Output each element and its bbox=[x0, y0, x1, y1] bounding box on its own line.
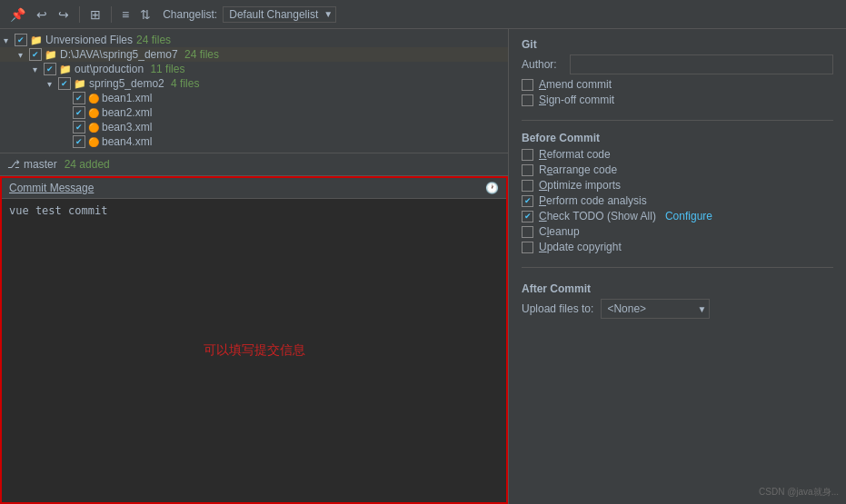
check-todo-row[interactable]: ✔ Check TODO (Show All) Configure bbox=[522, 210, 833, 222]
amend-commit-row[interactable]: Amend commit bbox=[522, 78, 833, 91]
reformat-code-row[interactable]: Reformat code bbox=[522, 148, 833, 161]
tree-row-bean1[interactable]: ✔ 🟠 bean1.xml bbox=[0, 91, 508, 105]
optimize-imports-row[interactable]: Optimize imports bbox=[522, 179, 833, 192]
folder-icon: 📁 bbox=[30, 35, 43, 46]
tree-checkbox-demo7[interactable]: ✔ bbox=[29, 48, 42, 61]
tree-checkbox-demo2[interactable]: ✔ bbox=[58, 77, 71, 90]
tree-row-demo7[interactable]: ▾ ✔ 📁 D:\JAVA\spring5_demo7 24 files bbox=[0, 47, 508, 62]
tree-checkbox-bean2[interactable]: ✔ bbox=[73, 106, 85, 119]
separator-2 bbox=[111, 6, 112, 23]
clock-icon[interactable]: 🕐 bbox=[485, 182, 499, 194]
upload-row: Upload files to: <None> ▼ bbox=[522, 299, 833, 319]
code-analysis-row[interactable]: ✔ Perform code analysis bbox=[522, 194, 833, 207]
commit-message-title: Commit Message bbox=[9, 182, 94, 194]
reformat-code-checkbox[interactable] bbox=[522, 149, 533, 161]
tree-label-bean3: bean3.xml bbox=[102, 121, 152, 133]
tree-checkbox-production[interactable]: ✔ bbox=[44, 63, 56, 75]
author-input[interactable] bbox=[570, 54, 833, 74]
added-count: 24 added bbox=[65, 158, 110, 171]
branch-indicator[interactable]: ⎇ master bbox=[7, 158, 57, 171]
git-section: Git Author: Amend commit Sign-off commit bbox=[522, 38, 833, 109]
check-todo-checkbox[interactable]: ✔ bbox=[522, 211, 533, 222]
xml-icon-2: 🟠 bbox=[88, 108, 99, 118]
signoff-commit-checkbox[interactable] bbox=[522, 94, 533, 106]
cleanup-label: Cleanup bbox=[539, 225, 580, 238]
folder-icon-4: 📁 bbox=[74, 78, 86, 90]
pin-icon[interactable]: 📌 bbox=[7, 5, 28, 24]
xml-icon-4: 🟠 bbox=[88, 137, 99, 147]
cleanup-checkbox[interactable] bbox=[522, 226, 533, 238]
commit-text: vue test commit bbox=[9, 204, 107, 217]
right-panel: Git Author: Amend commit Sign-off commit bbox=[509, 29, 846, 504]
tree-arrow-icon: ▾ bbox=[4, 35, 15, 45]
upload-select-wrapper: <None> ▼ bbox=[601, 299, 710, 319]
separator-1 bbox=[79, 6, 80, 23]
upload-label: Upload files to: bbox=[522, 302, 593, 315]
code-analysis-checkbox[interactable]: ✔ bbox=[522, 195, 533, 207]
tree-row-production[interactable]: ▾ ✔ 📁 out\production 11 files bbox=[0, 62, 508, 76]
reformat-code-label: Reformat code bbox=[539, 148, 611, 161]
tree-checkbox-unversioned[interactable]: ✔ bbox=[15, 34, 27, 46]
divider-2 bbox=[522, 267, 833, 268]
redo-icon[interactable]: ↪ bbox=[55, 5, 72, 24]
main-content: ▾ ✔ 📁 Unversioned Files24 files ▾ ✔ 📁 D:… bbox=[0, 29, 846, 504]
cleanup-row[interactable]: Cleanup bbox=[522, 225, 833, 238]
changelist-wrapper: Default Changelist ▼ bbox=[223, 6, 336, 23]
code-analysis-label: Perform code analysis bbox=[539, 194, 647, 207]
watermark: CSDN @java就身... bbox=[759, 486, 839, 499]
rearrange-code-row[interactable]: Rearrange code bbox=[522, 163, 833, 176]
update-copyright-row[interactable]: Update copyright bbox=[522, 241, 833, 253]
toolbar: 📌 ↩ ↪ ⊞ ≡ ⇅ Changelist: Default Changeli… bbox=[0, 0, 846, 29]
tree-row-bean3[interactable]: ✔ 🟠 bean3.xml bbox=[0, 120, 508, 134]
after-commit-title: After Commit bbox=[522, 282, 833, 295]
commit-message-area: Commit Message 🕐 vue test commit 可以填写提交信… bbox=[0, 176, 508, 504]
tree-label-demo7: D:\JAVA\spring5_demo7 24 files bbox=[60, 48, 219, 61]
tree-label-bean1: bean1.xml bbox=[102, 92, 152, 104]
optimize-imports-label: Optimize imports bbox=[539, 179, 621, 192]
rearrange-code-checkbox[interactable] bbox=[522, 164, 533, 176]
author-label: Author: bbox=[522, 58, 562, 71]
commit-message-header: Commit Message 🕐 bbox=[2, 178, 506, 199]
signoff-commit-row[interactable]: Sign-off commit bbox=[522, 94, 833, 106]
sort-icon[interactable]: ≡ bbox=[119, 5, 132, 24]
rearrange-code-label: Rearrange code bbox=[539, 163, 617, 176]
git-section-title: Git bbox=[522, 38, 833, 51]
optimize-imports-checkbox[interactable] bbox=[522, 180, 533, 192]
tree-arrow-icon-2: ▾ bbox=[18, 50, 29, 60]
after-commit-section: After Commit Upload files to: <None> ▼ bbox=[522, 282, 833, 319]
amend-commit-checkbox[interactable] bbox=[522, 79, 533, 91]
filter-icon[interactable]: ⇅ bbox=[137, 5, 154, 24]
status-bar: ⎇ master 24 added bbox=[0, 153, 508, 176]
tree-label-bean2: bean2.xml bbox=[102, 106, 152, 119]
group-icon[interactable]: ⊞ bbox=[87, 5, 104, 24]
branch-icon: ⎇ bbox=[7, 158, 20, 171]
tree-row-bean4[interactable]: ✔ 🟠 bean4.xml bbox=[0, 134, 508, 149]
file-tree: ▾ ✔ 📁 Unversioned Files24 files ▾ ✔ 📁 D:… bbox=[0, 29, 508, 153]
signoff-commit-label: Sign-off commit bbox=[539, 94, 614, 106]
tree-checkbox-bean4[interactable]: ✔ bbox=[73, 135, 85, 148]
before-commit-title: Before Commit bbox=[522, 132, 833, 144]
before-commit-section: Before Commit Reformat code Rearrange co… bbox=[522, 132, 833, 256]
xml-icon-1: 🟠 bbox=[88, 94, 99, 104]
xml-icon-3: 🟠 bbox=[88, 123, 99, 133]
tree-label-bean4: bean4.xml bbox=[102, 135, 152, 148]
tree-label-demo2: spring5_demo2 4 files bbox=[89, 77, 199, 90]
tree-row-unversioned[interactable]: ▾ ✔ 📁 Unversioned Files24 files bbox=[0, 33, 508, 47]
changelist-label: Changelist: bbox=[163, 8, 217, 21]
amend-commit-label: Amend commit bbox=[539, 78, 612, 91]
undo-icon[interactable]: ↩ bbox=[34, 5, 50, 24]
author-field-row: Author: bbox=[522, 54, 833, 74]
changelist-select[interactable]: Default Changelist bbox=[223, 6, 336, 23]
update-copyright-checkbox[interactable] bbox=[522, 242, 533, 253]
tree-row-bean2[interactable]: ✔ 🟠 bean2.xml bbox=[0, 105, 508, 120]
tree-row-demo2[interactable]: ▾ ✔ 📁 spring5_demo2 4 files bbox=[0, 76, 508, 91]
tree-arrow-icon-4: ▾ bbox=[47, 79, 58, 89]
tree-checkbox-bean3[interactable]: ✔ bbox=[73, 121, 85, 133]
configure-link[interactable]: Configure bbox=[665, 210, 712, 222]
folder-icon-3: 📁 bbox=[59, 64, 72, 75]
tree-checkbox-bean1[interactable]: ✔ bbox=[73, 92, 85, 104]
divider-1 bbox=[522, 120, 833, 121]
upload-select[interactable]: <None> bbox=[601, 299, 710, 319]
commit-message-body[interactable]: vue test commit 可以填写提交信息 bbox=[2, 199, 506, 502]
tree-arrow-icon-3: ▾ bbox=[33, 64, 44, 74]
